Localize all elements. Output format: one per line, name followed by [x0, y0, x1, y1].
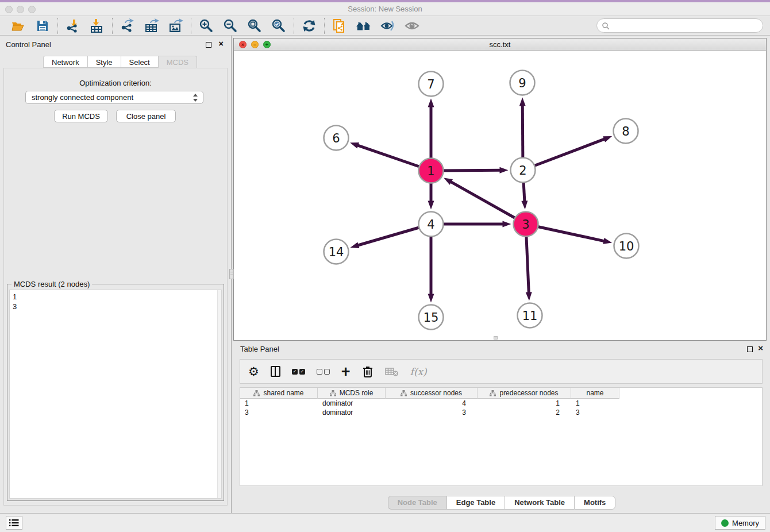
function-builder-icon[interactable]: f(x) — [410, 364, 427, 380]
network-canvas[interactable]: 7968124314101511 — [234, 51, 766, 340]
network-window-titlebar[interactable]: × − + scc.txt — [234, 38, 766, 51]
table-cell[interactable]: 1 — [240, 399, 318, 408]
home-icon[interactable] — [356, 18, 372, 34]
duplicate-network-icon[interactable] — [332, 18, 348, 34]
window-titlebar: Session: New Session — [0, 2, 770, 16]
table-row[interactable]: 1 dominator 4 1 1 — [240, 399, 762, 408]
export-table-icon[interactable] — [144, 18, 160, 34]
memory-status-icon — [721, 519, 729, 527]
tab-select[interactable]: Select — [121, 56, 158, 68]
open-file-icon[interactable] — [10, 18, 26, 34]
float-panel-icon[interactable] — [747, 346, 753, 352]
toggle-columns-icon[interactable] — [271, 364, 280, 380]
graph-edge-2-8[interactable] — [523, 139, 605, 170]
network-window-title: scc.txt — [234, 40, 766, 49]
memory-label: Memory — [732, 519, 759, 527]
hide-graphics-details-icon[interactable] — [380, 18, 396, 34]
memory-button[interactable]: Memory — [715, 516, 765, 530]
delete-column-icon[interactable] — [362, 364, 374, 380]
float-panel-icon[interactable] — [206, 42, 211, 48]
tab-network-table[interactable]: Network Table — [505, 496, 574, 510]
table-cell[interactable]: 3 — [240, 408, 318, 417]
deselect-all-icon[interactable] — [317, 364, 330, 380]
table-cell[interactable]: dominator — [318, 408, 386, 417]
tab-node-table[interactable]: Node Table — [388, 496, 446, 510]
zoom-selected-icon[interactable] — [271, 18, 287, 34]
close-panel-icon[interactable]: × — [218, 41, 224, 47]
graph-edge-arrowhead — [428, 294, 434, 303]
tab-mcds[interactable]: MCDS — [158, 56, 197, 68]
add-column-icon[interactable]: + — [341, 364, 351, 380]
control-panel-title: Control Panel — [6, 40, 51, 49]
search-field[interactable] — [596, 18, 763, 33]
search-icon — [602, 22, 610, 30]
mcds-result-text: 1 3 — [13, 292, 17, 311]
column-tree-icon — [330, 390, 336, 396]
column-label: MCDS role — [340, 389, 374, 397]
zoom-out-icon[interactable] — [222, 18, 238, 34]
delete-table-icon[interactable] — [385, 364, 399, 380]
column-label: shared name — [263, 389, 303, 397]
table-cell[interactable]: 1 — [478, 399, 571, 408]
application-window: Session: New Session — [0, 0, 770, 532]
status-bar: Memory — [0, 513, 770, 532]
table-cell[interactable]: 4 — [386, 399, 478, 408]
table-toolbar: ⚙ ✓✓ + f(x) — [240, 359, 763, 384]
node-table-header: shared name MCDS role successor nodes pr… — [240, 388, 762, 399]
table-cell[interactable]: 3 — [386, 408, 478, 417]
search-input[interactable] — [610, 22, 753, 30]
show-graphics-details-icon[interactable] — [404, 18, 420, 34]
export-network-icon[interactable] — [120, 18, 136, 34]
table-cell[interactable]: 2 — [478, 408, 571, 417]
save-session-icon[interactable] — [34, 18, 51, 34]
graph-edge-arrowhead — [603, 238, 612, 244]
run-mcds-button[interactable]: Run MCDS — [54, 110, 108, 122]
frame-resize-handle[interactable] — [494, 336, 498, 340]
graph-edge-arrowhead — [428, 201, 434, 210]
graph-node-label: 7 — [427, 78, 434, 91]
table-cell[interactable]: 3 — [571, 408, 619, 417]
graph-node-label: 15 — [424, 311, 439, 325]
node-table: shared name MCDS role successor nodes pr… — [240, 387, 763, 486]
column-header-shared-name[interactable]: shared name — [240, 388, 318, 399]
graph-node-label: 10 — [619, 240, 634, 253]
graph-edge-arrowhead — [350, 242, 359, 248]
graph-node-label: 6 — [332, 132, 340, 145]
settings-gear-icon[interactable]: ⚙ — [248, 364, 259, 380]
graph-edge-arrowhead — [519, 97, 526, 106]
select-all-icon[interactable]: ✓✓ — [292, 364, 305, 380]
export-image-icon[interactable] — [168, 18, 184, 34]
optimization-criterion-value: strongly connected component — [32, 93, 133, 102]
import-table-icon[interactable] — [89, 18, 105, 34]
table-row[interactable]: 3 dominator 3 2 3 — [240, 408, 762, 417]
zoom-fit-icon[interactable] — [247, 18, 263, 34]
close-panel-button[interactable]: Close panel — [116, 110, 176, 122]
toolbar-separator — [324, 18, 325, 34]
panel-divider-handle[interactable] — [229, 269, 234, 279]
tab-edge-table[interactable]: Edge Table — [446, 496, 505, 510]
tab-network[interactable]: Network — [43, 56, 87, 68]
optimization-criterion-select[interactable]: strongly connected component — [25, 91, 203, 104]
mcds-result-area[interactable]: 1 3 — [9, 290, 222, 499]
column-header-mcds-role[interactable]: MCDS role — [318, 388, 386, 399]
control-panel-tabs: Network Style Select MCDS — [43, 56, 197, 68]
refresh-icon[interactable] — [301, 18, 317, 34]
table-cell[interactable]: 1 — [571, 399, 619, 408]
network-window: × − + scc.txt 7968124314101511 — [233, 38, 767, 341]
import-network-icon[interactable] — [65, 18, 81, 34]
table-cell[interactable]: dominator — [318, 399, 386, 408]
column-header-predecessor-nodes[interactable]: predecessor nodes — [478, 388, 571, 399]
graph-node-label: 3 — [522, 218, 529, 232]
tab-style[interactable]: Style — [87, 56, 121, 68]
table-panel-title: Table Panel — [240, 345, 279, 353]
task-history-button[interactable] — [6, 516, 22, 530]
result-scrollbar[interactable] — [217, 290, 221, 498]
tab-motifs[interactable]: Motifs — [574, 496, 615, 510]
column-header-name[interactable]: name — [571, 388, 619, 399]
toolbar-separator — [294, 18, 294, 34]
zoom-in-icon[interactable] — [198, 18, 214, 34]
close-panel-icon[interactable]: × — [758, 345, 763, 351]
graph-node-label: 11 — [522, 309, 538, 323]
column-header-successor-nodes[interactable]: successor nodes — [386, 388, 478, 399]
window-title: Session: New Session — [0, 5, 770, 13]
